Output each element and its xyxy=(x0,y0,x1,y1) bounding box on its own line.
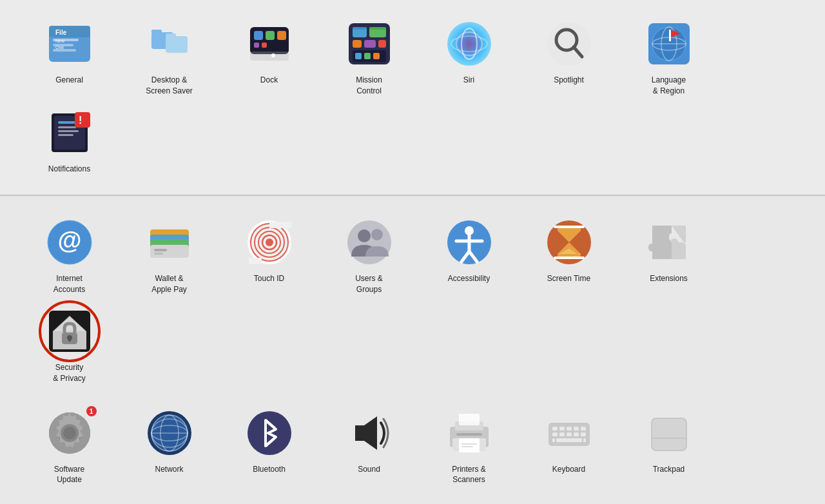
accessibility-icon-wrap xyxy=(443,217,495,268)
users-label: Users &Groups xyxy=(355,273,383,295)
svg-rect-114 xyxy=(461,443,477,445)
pref-trackpad[interactable]: Trackpad xyxy=(619,402,719,491)
pref-mouse[interactable]: Mouse xyxy=(19,490,119,504)
general-icon-wrap: File New One xyxy=(44,18,95,70)
notifications-label: Notifications xyxy=(48,164,90,175)
siri-label: Siri xyxy=(463,75,474,86)
svg-rect-125 xyxy=(567,432,572,436)
svg-rect-72 xyxy=(269,222,291,228)
security-privacy-icon-wrap xyxy=(44,305,95,357)
bluetooth-icon-wrap xyxy=(244,407,295,459)
pref-bluetooth[interactable]: Bluetooth xyxy=(219,402,319,491)
svg-rect-6 xyxy=(53,44,73,46)
svg-rect-25 xyxy=(353,40,362,48)
software-update-icon-wrap: 1 xyxy=(44,407,95,459)
svg-rect-27 xyxy=(378,40,386,48)
svg-rect-11 xyxy=(166,34,176,37)
extensions-label: Extensions xyxy=(650,273,688,284)
svg-rect-93 xyxy=(68,338,71,342)
svg-rect-120 xyxy=(567,427,572,431)
svg-rect-53 xyxy=(75,112,90,128)
pref-users-groups[interactable]: Users &Groups xyxy=(319,211,419,300)
svg-rect-64 xyxy=(154,253,163,255)
desktop-label: Desktop &Screen Saver xyxy=(146,75,193,97)
spotlight-icon-wrap xyxy=(543,18,595,70)
security-privacy-label: Security& Privacy xyxy=(53,362,86,384)
svg-rect-124 xyxy=(559,432,565,436)
spotlight-label: Spotlight xyxy=(554,75,584,86)
siri-icon-wrap xyxy=(443,18,495,70)
svg-rect-52 xyxy=(58,134,73,136)
pref-language-region[interactable]: Language& Region xyxy=(619,13,719,102)
svg-rect-18 xyxy=(262,43,267,48)
pref-sound[interactable]: Sound xyxy=(319,402,419,491)
svg-point-98 xyxy=(63,427,76,440)
pref-general[interactable]: File New One General xyxy=(19,13,119,102)
extensions-icon-wrap xyxy=(643,217,695,268)
pref-desktop-screen-saver[interactable]: Desktop &Screen Saver xyxy=(119,13,219,102)
wallet-icon-wrap xyxy=(144,217,195,268)
wallet-label: Wallet &Apple Pay xyxy=(151,273,187,295)
svg-rect-51 xyxy=(58,130,79,132)
svg-rect-10 xyxy=(166,36,188,53)
svg-text:File: File xyxy=(55,29,67,36)
svg-rect-113 xyxy=(459,438,480,452)
svg-rect-123 xyxy=(552,432,558,436)
pref-touch-id[interactable]: Touch ID xyxy=(219,211,319,300)
svg-rect-118 xyxy=(552,427,558,431)
internet-accounts-icon-wrap: @ xyxy=(44,217,95,268)
pref-dock[interactable]: Dock xyxy=(219,13,319,102)
svg-rect-26 xyxy=(364,40,376,48)
pref-notifications[interactable]: ! Notifications xyxy=(19,102,119,180)
svg-rect-7 xyxy=(53,49,76,52)
accessibility-label: Accessibility xyxy=(448,273,490,284)
bottom-row1-section: 1 SoftwareUpdate Network xyxy=(0,402,825,504)
pref-keyboard[interactable]: Keyboard xyxy=(519,402,619,491)
trackpad-label: Trackpad xyxy=(653,464,685,475)
svg-point-67 xyxy=(266,238,273,246)
svg-rect-132 xyxy=(652,419,686,450)
network-label: Network xyxy=(155,464,183,475)
svg-rect-126 xyxy=(574,432,579,436)
pref-printers-scanners[interactable]: Printers &Scanners xyxy=(419,402,519,491)
screen-time-icon-wrap xyxy=(543,217,595,268)
svg-rect-16 xyxy=(277,31,286,40)
svg-rect-17 xyxy=(254,43,259,48)
printers-icon-wrap xyxy=(443,407,495,459)
pref-internet-accounts[interactable]: @ InternetAccounts xyxy=(19,211,119,300)
pref-spotlight[interactable]: Spotlight xyxy=(519,13,619,102)
svg-rect-5 xyxy=(53,39,79,41)
language-icon-wrap xyxy=(643,18,695,70)
printers-label: Printers &Scanners xyxy=(452,464,486,486)
pref-security-privacy[interactable]: Security& Privacy xyxy=(19,300,119,389)
mission-control-label: MissionControl xyxy=(356,75,382,97)
svg-rect-115 xyxy=(461,446,473,447)
svg-rect-63 xyxy=(154,249,167,251)
pref-screen-time[interactable]: Screen Time xyxy=(519,211,619,300)
dock-icon-wrap xyxy=(244,18,295,70)
svg-rect-121 xyxy=(574,427,579,431)
pref-software-update[interactable]: 1 SoftwareUpdate xyxy=(19,402,119,491)
svg-rect-112 xyxy=(456,433,482,436)
svg-rect-9 xyxy=(151,30,162,34)
pref-wallet-apple-pay[interactable]: Wallet &Apple Pay xyxy=(119,211,219,300)
svg-text:!: ! xyxy=(79,115,82,126)
middle-section: @ InternetAccounts Wallet &Apple Pay xyxy=(0,196,825,402)
touch-id-icon-wrap xyxy=(244,217,295,268)
pref-siri[interactable]: Siri xyxy=(419,13,519,102)
pref-accessibility[interactable]: Accessibility xyxy=(419,211,519,300)
svg-point-76 xyxy=(371,229,383,240)
svg-rect-15 xyxy=(266,31,275,40)
svg-rect-13 xyxy=(250,52,289,61)
svg-point-75 xyxy=(358,229,371,242)
svg-rect-128 xyxy=(556,438,582,442)
pref-mission-control[interactable]: MissionControl xyxy=(319,13,419,102)
pref-extensions[interactable]: Extensions xyxy=(619,211,719,300)
svg-rect-122 xyxy=(581,427,586,431)
pref-network[interactable]: Network xyxy=(119,402,219,491)
general-label: General xyxy=(55,75,83,86)
software-update-badge: 1 xyxy=(85,405,98,418)
svg-rect-45 xyxy=(669,30,671,41)
language-label: Language& Region xyxy=(652,75,686,97)
svg-rect-14 xyxy=(254,31,263,40)
